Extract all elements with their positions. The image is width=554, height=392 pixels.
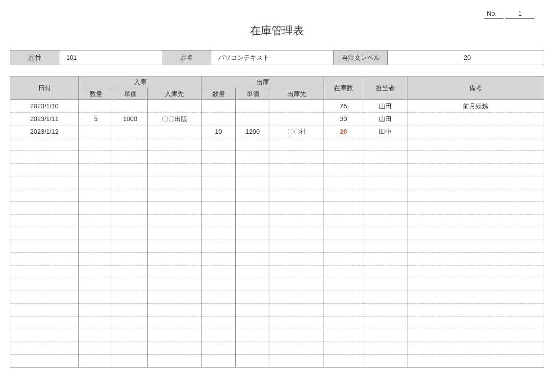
cell-date <box>10 240 79 253</box>
cell-remarks <box>407 304 544 317</box>
cell-date <box>10 304 79 317</box>
cell-stock <box>324 278 363 291</box>
cell-stock <box>324 227 363 240</box>
cell-date <box>10 253 79 266</box>
table-row <box>10 240 544 253</box>
col-out-src: 出庫先 <box>270 88 324 100</box>
cell-in-price <box>113 138 148 151</box>
cell-stock <box>324 176 363 189</box>
cell-date <box>10 342 79 355</box>
cell-remarks <box>407 278 544 291</box>
cell-out-qty <box>201 215 236 227</box>
cell-person <box>363 164 407 176</box>
cell-in-qty <box>79 176 113 189</box>
cell-out-src <box>270 240 324 253</box>
cell-person <box>363 176 407 189</box>
cell-date <box>10 266 79 278</box>
cell-out-price <box>236 304 270 317</box>
cell-out-src: 〇〇社 <box>270 125 324 138</box>
info-table: 品番 101 品名 パソコンテキスト 再注文レベル 20 <box>10 50 544 65</box>
cell-stock <box>324 342 363 355</box>
cell-remarks <box>407 151 544 164</box>
cell-out-src <box>270 176 324 189</box>
cell-out-price <box>236 100 270 113</box>
cell-out-src <box>270 342 324 355</box>
col-in-src: 入庫先 <box>148 88 201 100</box>
cell-date <box>10 291 79 304</box>
table-row <box>10 202 544 215</box>
cell-in-price <box>113 329 148 342</box>
document-number: No. 1 <box>10 10 544 19</box>
cell-in-qty <box>79 278 113 291</box>
cell-in-src <box>148 317 201 329</box>
col-in-price: 単価 <box>113 88 148 100</box>
cell-out-price <box>236 227 270 240</box>
cell-out-qty <box>201 329 236 342</box>
cell-out-src <box>270 227 324 240</box>
cell-remarks <box>407 355 544 368</box>
cell-in-src <box>148 240 201 253</box>
table-row <box>10 176 544 189</box>
cell-remarks <box>407 240 544 253</box>
cell-in-price <box>113 342 148 355</box>
cell-person <box>363 291 407 304</box>
cell-in-price <box>113 253 148 266</box>
cell-in-qty <box>79 138 113 151</box>
cell-remarks <box>407 266 544 278</box>
cell-remarks <box>407 113 544 125</box>
cell-stock <box>324 240 363 253</box>
cell-out-qty <box>201 227 236 240</box>
cell-in-src: 〇〇出版 <box>148 113 201 125</box>
cell-out-price <box>236 189 270 202</box>
cell-out-qty <box>201 304 236 317</box>
cell-out-qty <box>201 253 236 266</box>
cell-in-price <box>113 202 148 215</box>
cell-date <box>10 215 79 227</box>
cell-out-qty <box>201 278 236 291</box>
cell-in-src <box>148 189 201 202</box>
table-row <box>10 253 544 266</box>
col-out-price: 単価 <box>236 88 270 100</box>
cell-remarks <box>407 253 544 266</box>
col-in-qty: 数量 <box>79 88 113 100</box>
cell-out-src <box>270 138 324 151</box>
cell-in-price <box>113 355 148 368</box>
cell-in-src <box>148 125 201 138</box>
table-row <box>10 304 544 317</box>
cell-date <box>10 227 79 240</box>
cell-out-price <box>236 253 270 266</box>
table-row <box>10 329 544 342</box>
table-row <box>10 278 544 291</box>
cell-stock <box>324 317 363 329</box>
cell-out-src <box>270 329 324 342</box>
cell-stock: 30 <box>324 113 363 125</box>
cell-person <box>363 227 407 240</box>
cell-date <box>10 278 79 291</box>
cell-in-price <box>113 176 148 189</box>
cell-out-qty: 10 <box>201 125 236 138</box>
cell-in-price <box>113 317 148 329</box>
cell-remarks <box>407 317 544 329</box>
col-date: 日付 <box>10 76 79 100</box>
cell-stock <box>324 138 363 151</box>
cell-in-price <box>113 304 148 317</box>
cell-out-qty <box>201 113 236 125</box>
cell-out-price: 1200 <box>236 125 270 138</box>
cell-in-qty <box>79 355 113 368</box>
cell-person <box>363 151 407 164</box>
cell-in-price <box>113 125 148 138</box>
cell-in-price <box>113 215 148 227</box>
cell-out-qty <box>201 176 236 189</box>
cell-in-qty <box>79 125 113 138</box>
cell-in-qty <box>79 202 113 215</box>
table-row <box>10 266 544 278</box>
cell-out-src <box>270 189 324 202</box>
col-out-qty: 数量 <box>201 88 236 100</box>
cell-out-price <box>236 278 270 291</box>
cell-remarks <box>407 291 544 304</box>
table-row <box>10 317 544 329</box>
cell-out-price <box>236 215 270 227</box>
table-row <box>10 227 544 240</box>
cell-in-price <box>113 151 148 164</box>
cell-in-qty <box>79 317 113 329</box>
